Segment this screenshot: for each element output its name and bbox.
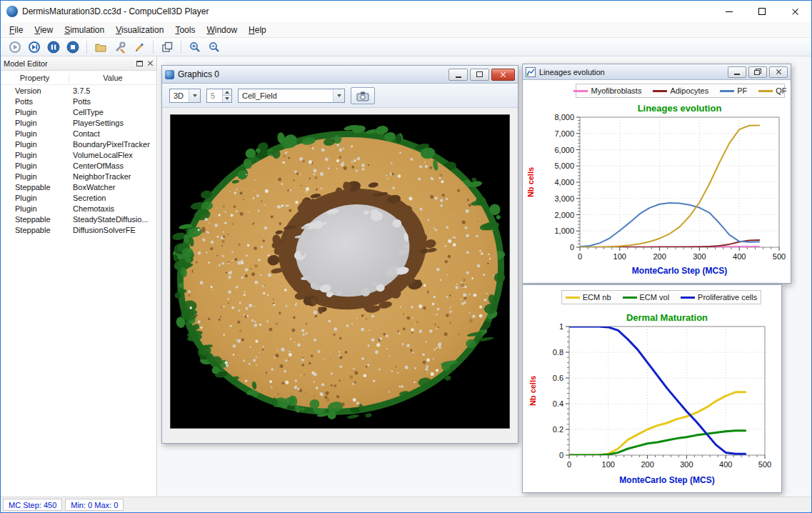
legend-label: QF — [776, 86, 786, 95]
cell-field-3d-view[interactable] — [170, 114, 510, 429]
graphics-window: Graphics 0 3D 5 — [161, 65, 518, 444]
svg-text:MonteCarlo Step (MCS): MonteCarlo Step (MCS) — [619, 475, 714, 485]
windows-icon — [161, 41, 174, 54]
legend-label: Adipocytes — [670, 86, 708, 95]
minimize-icon — [726, 11, 733, 12]
menu-item-tools[interactable]: Tools — [169, 24, 201, 36]
model-editor-row-playersettings[interactable]: PluginPlayerSettings — [1, 117, 156, 128]
property-cell: Plugin — [1, 119, 69, 127]
graphics-toolbar: 3D 5 Cell_Field — [162, 84, 518, 108]
step-button[interactable] — [26, 39, 43, 55]
column-value[interactable]: Value — [69, 74, 156, 82]
model-editor-row-boundarypixeltracker[interactable]: PluginBoundaryPixelTracker — [1, 139, 156, 149]
property-cell: Steppable — [1, 226, 69, 234]
legend-item-myofibroblasts: Myofibroblasts — [573, 86, 641, 95]
titlebar: DermisMaturation3D.cc3d - CompuCell3D Pl… — [1, 1, 811, 22]
lineages-close-button[interactable] — [769, 66, 788, 78]
menu-item-help[interactable]: Help — [243, 24, 272, 36]
lineages-legend: MyofibroblastsAdipocytesPFQF — [576, 84, 785, 98]
field-select[interactable]: Cell_Field — [238, 89, 345, 103]
legend-item-ecm-nb: ECM nb — [566, 293, 611, 302]
model-editor-row-3-7-5[interactable]: Version3.7.5 — [1, 85, 156, 96]
property-cell: Plugin — [1, 108, 69, 116]
svg-text:300: 300 — [680, 460, 693, 469]
model-editor-row-steadystatediffusio[interactable]: SteppableSteadyStateDiffusio... — [1, 214, 156, 224]
legend-swatch — [653, 90, 667, 92]
property-cell: Potts — [1, 97, 69, 106]
spin-up-button[interactable] — [222, 89, 231, 96]
svg-text:0: 0 — [559, 451, 563, 459]
legend-item-qf: QF — [758, 86, 786, 95]
close-button[interactable] — [778, 1, 811, 22]
run-button[interactable] — [6, 39, 24, 55]
new-graphics-window-button[interactable] — [159, 39, 176, 55]
column-property[interactable]: Property — [1, 74, 69, 82]
model-editor-row-contact[interactable]: PluginContact — [1, 128, 156, 139]
lineages-minimize-button[interactable] — [728, 66, 746, 78]
legend-item-proliferative-cells: Proliferative cells — [681, 293, 757, 302]
zoom-out-button[interactable] — [206, 39, 223, 55]
svg-text:0.8: 0.8 — [553, 348, 563, 357]
menu-item-visualization[interactable]: Visualization — [110, 24, 169, 36]
lineages-chart: 010020030040050001,0002,0003,0004,0005,0… — [524, 100, 789, 279]
svg-text:500: 500 — [773, 252, 786, 261]
pause-icon — [47, 41, 60, 54]
svg-text:3,000: 3,000 — [554, 194, 574, 203]
menu-item-view[interactable]: View — [29, 24, 59, 36]
spin-down-button[interactable] — [222, 95, 231, 102]
chevron-down-icon — [189, 89, 200, 102]
pause-button[interactable] — [45, 39, 62, 55]
chevron-down-icon — [333, 89, 344, 102]
mc-step-field: MC Step: 450 — [3, 499, 62, 511]
edit-button[interactable] — [131, 39, 148, 55]
dimension-select[interactable]: 3D — [169, 89, 201, 103]
open-project-button[interactable] — [92, 39, 109, 55]
model-editor-row-secretion[interactable]: PluginSecretion — [1, 192, 156, 203]
maximize-button[interactable] — [746, 1, 778, 22]
svg-text:0.6: 0.6 — [553, 374, 563, 382]
lineages-titlebar[interactable]: Lineages evolution — [523, 64, 791, 80]
svg-text:Nb cells: Nb cells — [526, 167, 535, 197]
svg-text:2,000: 2,000 — [554, 211, 574, 219]
tools-button[interactable] — [111, 39, 129, 55]
legend-swatch — [681, 297, 695, 299]
minimize-button[interactable] — [713, 1, 746, 22]
graphics-titlebar[interactable]: Graphics 0 — [162, 66, 518, 84]
svg-text:7,000: 7,000 — [554, 129, 574, 138]
model-editor-row-diffusionsolverfe[interactable]: SteppableDiffusionSolverFE — [1, 224, 156, 235]
legend-item-pf: PF — [720, 86, 747, 95]
close-panel-button[interactable] — [147, 59, 154, 68]
menu-item-file[interactable]: File — [4, 24, 29, 36]
model-editor-row-neighbortracker[interactable]: PluginNeighborTracker — [1, 171, 156, 181]
chevron-down-icon — [225, 97, 229, 100]
model-editor-row-chemotaxis[interactable]: PluginChemotaxis — [1, 203, 156, 214]
lineages-restore-button[interactable] — [748, 66, 767, 78]
model-editor-row-boxwatcher[interactable]: SteppableBoxWatcher — [1, 181, 156, 192]
value-cell: PlayerSettings — [69, 119, 156, 127]
field-value: Cell_Field — [242, 91, 277, 100]
maximize-icon — [476, 71, 483, 77]
svg-text:300: 300 — [693, 252, 706, 261]
close-icon — [776, 69, 782, 75]
plane-spinner[interactable]: 5 — [206, 89, 232, 103]
screenshot-button[interactable] — [351, 87, 375, 104]
float-panel-button[interactable] — [136, 59, 143, 68]
svg-text:1: 1 — [559, 322, 563, 331]
legend-label: Proliferative cells — [698, 293, 757, 302]
model-editor-rows: Version3.7.5PottsPottsPluginCellTypePlug… — [1, 85, 156, 235]
graphics-close-button[interactable] — [491, 69, 515, 81]
svg-text:0: 0 — [570, 243, 574, 251]
value-cell: Chemotaxis — [69, 204, 156, 213]
model-editor-row-volumelocalflex[interactable]: PluginVolumeLocalFlex — [1, 149, 156, 160]
menu-item-simulation[interactable]: Simulation — [59, 24, 110, 36]
menu-item-window[interactable]: Window — [201, 24, 243, 36]
model-editor-row-potts[interactable]: PottsPotts — [1, 96, 156, 106]
zoom-in-button[interactable] — [186, 39, 204, 55]
graphics-maximize-button[interactable] — [470, 69, 489, 81]
svg-text:0: 0 — [578, 252, 582, 261]
graphics-minimize-button[interactable] — [448, 69, 468, 81]
model-editor-row-celltype[interactable]: PluginCellType — [1, 106, 156, 117]
stop-button[interactable] — [64, 39, 81, 55]
svg-text:200: 200 — [653, 252, 666, 261]
model-editor-row-centerofmass[interactable]: PluginCenterOfMass — [1, 160, 156, 171]
